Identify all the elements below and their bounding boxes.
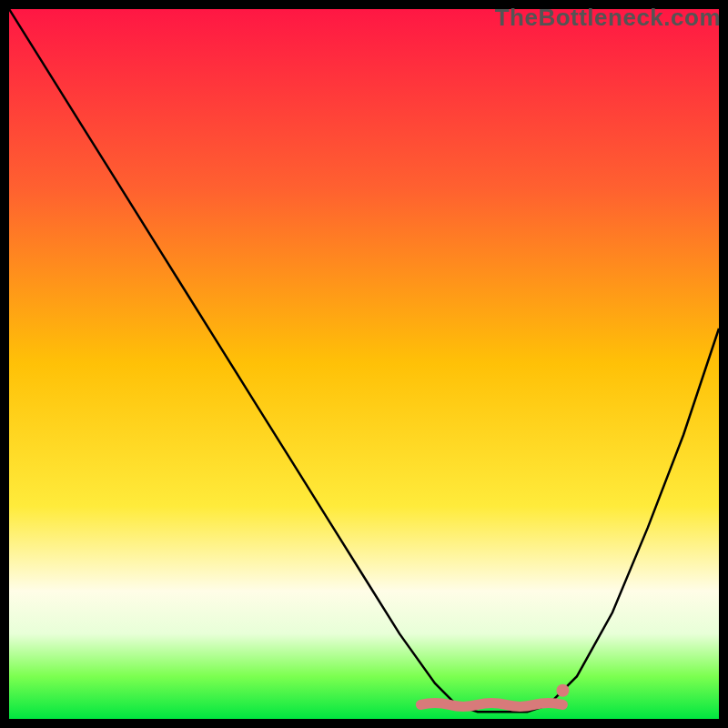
- chart-svg: [9, 9, 719, 719]
- plot-area: [9, 9, 719, 719]
- watermark-text: TheBottleneck.com: [495, 4, 721, 32]
- svg-point-0: [556, 684, 569, 697]
- chart-container: TheBottleneck.com: [0, 0, 728, 728]
